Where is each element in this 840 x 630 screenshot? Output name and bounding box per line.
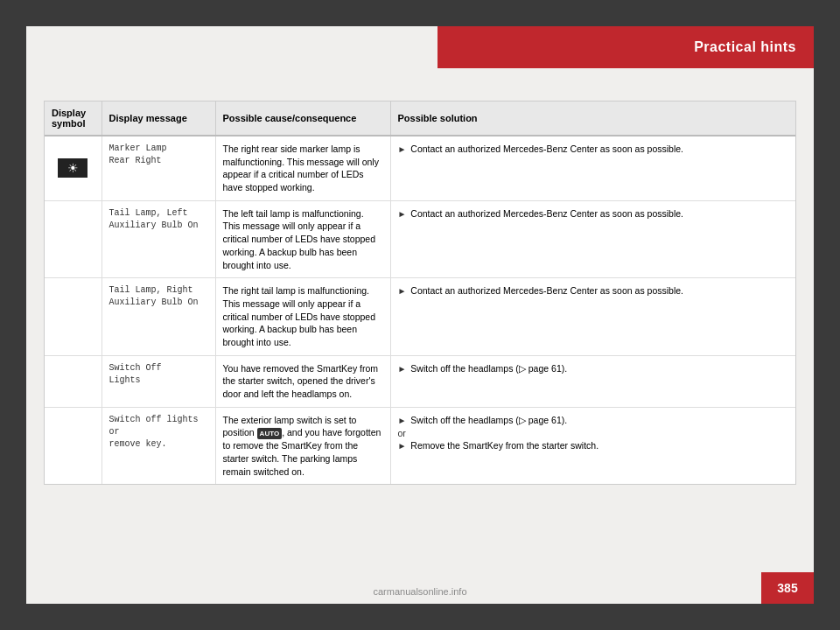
solution-cell-5: ► Switch off the headlamps (▷ page 61). … <box>390 407 795 484</box>
table-row: Tail Lamp, RightAuxiliary Bulb On The ri… <box>45 278 795 355</box>
message-cell-4: Switch OffLights <box>102 355 215 407</box>
solution-cell-4: ► Switch off the headlamps (▷ page 61). <box>390 355 795 407</box>
cause-cell-5: The exterior lamp switch is set to posit… <box>215 407 390 484</box>
or-label: or <box>398 428 406 438</box>
main-table-container: Display symbol Display message Possible … <box>44 101 796 485</box>
message-cell-1: Marker LampRear Right <box>102 136 215 200</box>
arrow-icon: ► <box>398 286 407 296</box>
page-number-box: 385 <box>761 572 814 604</box>
cause-cell-4: You have removed the SmartKey from the s… <box>215 355 390 407</box>
arrow-icon: ► <box>398 416 407 425</box>
message-cell-3: Tail Lamp, RightAuxiliary Bulb On <box>102 278 215 355</box>
header-bar: Practical hints <box>438 26 814 68</box>
page-title: Practical hints <box>694 39 796 55</box>
cause-cell-3: The right tail lamp is malfunctioning. T… <box>215 278 390 355</box>
message-cell-2: Tail Lamp, LeftAuxiliary Bulb On <box>102 200 215 277</box>
col-header-message: Display message <box>102 102 215 136</box>
arrow-icon: ► <box>398 441 407 451</box>
cause-cell-2: The left tail lamp is malfunctioning. Th… <box>215 200 390 277</box>
col-header-symbol: Display symbol <box>45 102 102 136</box>
table-row: Switch off lights orremove key. The exte… <box>45 407 795 484</box>
table-header-row: Display symbol Display message Possible … <box>45 102 795 136</box>
col-header-cause: Possible cause/consequence <box>215 102 390 136</box>
arrow-icon: ► <box>398 209 407 219</box>
solution-cell-3: ► Contact an authorized Mercedes-Benz Ce… <box>390 278 795 355</box>
symbol-cell-5 <box>45 407 102 484</box>
message-cell-5: Switch off lights orremove key. <box>102 407 215 484</box>
symbol-cell-2 <box>45 200 102 277</box>
table-row: Switch OffLights You have removed the Sm… <box>45 355 795 407</box>
watermark: carmanualsonline.info <box>373 586 466 597</box>
page-number: 385 <box>777 581 797 595</box>
symbol-cell-3 <box>45 278 102 355</box>
arrow-icon: ► <box>398 364 407 374</box>
arrow-icon: ► <box>398 144 407 154</box>
symptoms-table: Display symbol Display message Possible … <box>45 102 795 484</box>
symbol-cell-4 <box>45 355 102 407</box>
col-header-solution: Possible solution <box>390 102 795 136</box>
cause-cell-1: The right rear side marker lamp is malfu… <box>215 136 390 200</box>
auto-badge: AUTO <box>257 428 283 439</box>
lamp-icon: ☀ <box>58 158 88 178</box>
table-row: Tail Lamp, LeftAuxiliary Bulb On The lef… <box>45 200 795 277</box>
symbol-cell-1: ☀ <box>45 136 102 200</box>
table-row: ☀ Marker LampRear Right The right rear s… <box>45 136 795 200</box>
solution-cell-2: ► Contact an authorized Mercedes-Benz Ce… <box>390 200 795 277</box>
solution-cell-1: ► Contact an authorized Mercedes-Benz Ce… <box>390 136 795 200</box>
